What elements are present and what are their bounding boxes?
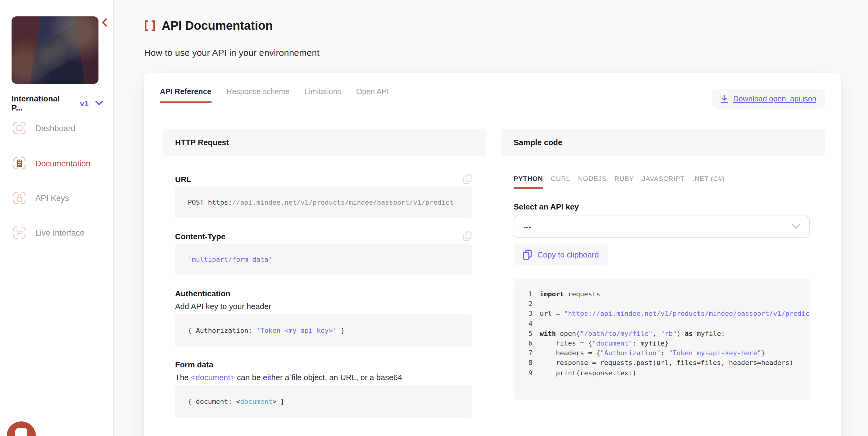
sidebar: International P... v1 Dashboard — [0, 0, 114, 436]
api-key-select-value: --- — [523, 223, 531, 231]
product-version: v1 — [80, 99, 89, 108]
chevron-down-icon — [95, 101, 103, 106]
documentation-card: API Reference Response scheme Limitation… — [144, 73, 841, 436]
sidebar-item-documentation[interactable]: Documentation — [12, 156, 91, 171]
form-data-code-block: { document: <document> } — [175, 385, 472, 418]
sidebar-item-dashboard[interactable]: Dashboard — [12, 120, 75, 136]
copy-icon[interactable] — [463, 231, 472, 241]
documentation-icon — [12, 156, 27, 171]
code-line: 3url = "https://api.mindee.net/v1/produc… — [522, 310, 810, 320]
collapse-sidebar-button[interactable] — [101, 18, 110, 28]
form-data-description: The <document> can be either a file obje… — [175, 373, 472, 382]
lang-tab-ruby[interactable]: RUBY — [615, 175, 634, 189]
lang-tab-python[interactable]: PYTHON — [514, 175, 543, 189]
tab-limitations[interactable]: Limitations — [305, 88, 341, 103]
product-selector[interactable]: International P... v1 — [11, 94, 103, 112]
sidebar-item-label: Dashboard — [35, 124, 75, 133]
http-request-panel: HTTP Request URL POST https://api.mindee… — [163, 129, 486, 418]
api-key-select[interactable]: --- — [514, 215, 810, 238]
code-line: 8 response = requests.post(url, files=fi… — [522, 359, 810, 369]
copy-icon[interactable] — [463, 174, 472, 184]
url-label: URL — [175, 175, 191, 184]
code-line: 1import requests — [522, 290, 810, 300]
code-line: 7 headers = {"Authorization": "Token my-… — [522, 349, 810, 359]
form-data-label: Form data — [175, 360, 213, 369]
sidebar-item-api-keys[interactable]: API Keys — [12, 190, 69, 206]
http-request-body: URL POST https://api.mindee.net/v1/produ… — [175, 174, 472, 418]
page-header: API Documentation — [144, 19, 273, 33]
sample-code-body: PYTHON CURL NODEJS RUBY JAVASCRIPT .NET … — [514, 175, 810, 400]
lang-tab-curl[interactable]: CURL — [551, 175, 570, 189]
sample-code-panel-title: Sample code — [501, 129, 825, 156]
tab-api-reference[interactable]: API Reference — [160, 88, 212, 103]
code-line: 4 — [522, 320, 810, 329]
chevron-down-icon — [792, 224, 800, 230]
sample-code-block[interactable]: 1import requests23url = "https://api.min… — [514, 279, 810, 400]
page-title: API Documentation — [162, 19, 273, 33]
app-root: International P... v1 Dashboard — [0, 0, 868, 436]
api-keys-icon — [12, 191, 27, 205]
code-line: 2 — [522, 300, 810, 310]
dashboard-icon — [12, 121, 27, 135]
code-line: 5with open("/path/to/my/file", "rb") as … — [522, 330, 810, 339]
document-link: <document> — [191, 373, 235, 382]
copy-label: Copy to clipboard — [537, 250, 599, 259]
product-name: International P... — [11, 94, 70, 112]
content-type-label: Content-Type — [175, 232, 225, 241]
chat-bubble-icon — [15, 428, 27, 436]
sidebar-item-label: Live Interface — [35, 228, 85, 237]
page-subtitle: How to use your API in your environnemen… — [144, 47, 319, 58]
code-line: 6 files = {"document": myfile} — [522, 339, 810, 349]
live-interface-icon — [12, 225, 27, 240]
tab-response-scheme[interactable]: Response scheme — [227, 88, 290, 103]
copy-icon — [523, 249, 532, 260]
copy-to-clipboard-button[interactable]: Copy to clipboard — [514, 243, 608, 265]
chevron-left-icon — [101, 18, 110, 27]
code-lines: 1import requests23url = "https://api.min… — [522, 290, 810, 379]
product-thumbnail — [11, 16, 98, 84]
lang-tab-dotnet[interactable]: .NET (C#) — [692, 175, 724, 189]
code-line: 9 print(response.text) — [522, 369, 810, 379]
sidebar-item-live-interface[interactable]: Live Interface — [12, 225, 85, 240]
download-openapi-button[interactable]: Download open_api.json — [712, 89, 825, 109]
doc-tabs: API Reference Response scheme Limitation… — [160, 88, 389, 103]
tab-open-api[interactable]: Open API — [356, 88, 389, 103]
download-icon — [720, 94, 728, 103]
content-type-code-block: 'multipart/form-data' — [175, 243, 472, 275]
sidebar-item-label: API Keys — [35, 193, 69, 203]
sample-code-panel: Sample code PYTHON CURL NODEJS RUBY JAVA… — [501, 129, 825, 400]
brackets-icon — [144, 20, 156, 32]
api-key-select-label: Select an API key — [514, 202, 810, 211]
viewport: International P... v1 Dashboard — [0, 0, 868, 436]
sidebar-item-label: Documentation — [35, 159, 91, 168]
authentication-label: Authentication — [175, 289, 230, 298]
url-code-block: POST https://api.mindee.net/v1/products/… — [175, 187, 472, 218]
authentication-code-block: { Authorization: 'Token <my-api-key>' } — [175, 314, 472, 347]
download-label: Download open_api.json — [733, 94, 816, 103]
authentication-description: Add API key to your header — [175, 302, 472, 311]
lang-tab-javascript[interactable]: JAVASCRIPT — [642, 175, 684, 189]
http-request-panel-title: HTTP Request — [163, 129, 486, 156]
lang-tab-nodejs[interactable]: NODEJS — [578, 175, 607, 189]
language-tabs: PYTHON CURL NODEJS RUBY JAVASCRIPT .NET … — [514, 175, 810, 189]
